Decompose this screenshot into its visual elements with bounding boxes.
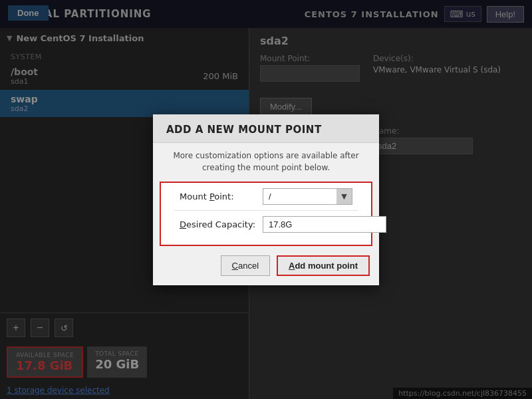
dialog-mount-point-label: Mount Point: — [180, 192, 256, 201]
add-mount-point-dialog: ADD A NEW MOUNT POINT More customization… — [153, 114, 379, 285]
add-mount-point-button[interactable]: Add mount point — [277, 255, 370, 276]
dialog-buttons: Cancel Add mount point — [153, 255, 379, 285]
desired-capacity-input[interactable]: 17.8G — [263, 216, 386, 233]
mount-point-select-wrapper: //boot/home/varswap ▼ — [263, 188, 352, 205]
mount-point-select[interactable]: //boot/home/varswap — [263, 188, 352, 205]
dialog-capacity-label: Desired Capacity: — [180, 219, 256, 229]
dialog-capacity-field: Desired Capacity: 17.8G — [174, 210, 358, 238]
dialog-mount-point-field: Mount Point: //boot/home/varswap ▼ — [174, 183, 358, 210]
dialog-subtitle: More customization options are available… — [153, 143, 379, 182]
dialog-form: Mount Point: //boot/home/varswap ▼ Desir… — [160, 182, 372, 246]
dialog-title: ADD A NEW MOUNT POINT — [153, 114, 379, 143]
dialog-overlay: ADD A NEW MOUNT POINT More customization… — [0, 0, 532, 399]
cancel-button[interactable]: Cancel — [221, 255, 270, 276]
